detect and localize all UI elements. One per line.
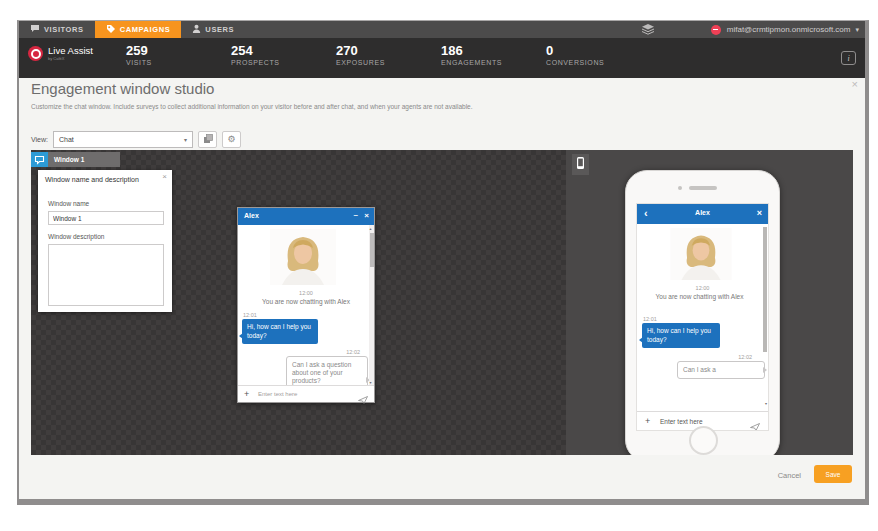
chat-header: ‹ Alex ×	[637, 204, 768, 224]
studio-canvas: Window 1 Window name and description × W…	[31, 150, 853, 455]
window-name-input[interactable]	[48, 211, 164, 225]
stat-label: CONVERSIONS	[546, 58, 646, 68]
system-message: You are now chatting with Alex	[647, 293, 752, 301]
plus-icon[interactable]: +	[244, 389, 249, 399]
plus-icon[interactable]: +	[645, 416, 650, 426]
timestamp: 12:00	[637, 285, 768, 291]
close-icon[interactable]: ×	[364, 211, 369, 220]
chevron-down-icon: ▾	[184, 136, 187, 143]
tag-icon	[106, 24, 116, 36]
stat-engagements: 186 ENGAGEMENTS	[441, 43, 541, 68]
brand-tagline: by CaféX	[48, 56, 93, 61]
tab-users[interactable]: USERS	[181, 21, 245, 38]
stat-label: VISITS	[126, 58, 226, 68]
window-description-input[interactable]	[48, 244, 164, 306]
scrollbar[interactable]: ▴ ▾	[369, 225, 374, 386]
chat-input-bar: + Enter text here	[238, 385, 374, 402]
scroll-up-icon[interactable]: ▴	[370, 226, 372, 231]
studio-content: Engagement window studio × Customize the…	[19, 78, 865, 499]
window-name-label: Window name	[48, 200, 89, 207]
speech-bubble-icon	[30, 24, 40, 35]
minimize-icon[interactable]: –	[354, 210, 358, 219]
agent-name: Alex	[244, 212, 259, 219]
stat-label: ENGAGEMENTS	[441, 58, 541, 68]
chat-header: Alex – ×	[238, 208, 374, 225]
view-row: View: Chat ▾ ⚙	[31, 131, 241, 147]
person-icon	[192, 24, 201, 35]
page-description: Customize the chat window. Include surve…	[31, 103, 671, 110]
desktop-chat-preview: Alex – × 12:00 You are now chatting with…	[237, 207, 375, 403]
app-window: VISITORS CAMPAIGNS USERS mifat@crm	[17, 20, 869, 505]
system-message: You are now chatting with Alex	[238, 298, 374, 305]
view-select-value: Chat	[59, 136, 74, 143]
mobile-view-button[interactable]	[572, 154, 589, 175]
cancel-button[interactable]: Cancel	[778, 471, 801, 480]
speaker-bar	[689, 186, 717, 190]
account-email[interactable]: mifat@crmtipmon.onmicrosoft.com	[727, 25, 851, 34]
camera-dot	[678, 186, 682, 190]
agent-photo	[670, 228, 732, 280]
timestamp: 12:02	[738, 354, 752, 360]
send-icon[interactable]	[750, 417, 760, 431]
desktop-workspace: Window 1 Window name and description × W…	[31, 150, 566, 455]
duplicate-button[interactable]	[198, 131, 217, 148]
window-properties-panel: Window name and description × Window nam…	[38, 170, 172, 312]
stat-prospects: 254 PROSPECTS	[231, 43, 331, 68]
stat-visits: 259 VISITS	[126, 43, 226, 68]
agent-name: Alex	[637, 209, 768, 216]
stat-value: 186	[441, 43, 541, 58]
chat-window-tab-button[interactable]	[31, 152, 48, 167]
timestamp: 12:00	[238, 290, 374, 296]
mobile-chat-preview: ‹ Alex × 12:00 You are now chattin	[636, 203, 769, 431]
scrollbar-thumb[interactable]	[763, 227, 767, 352]
chat-input-placeholder[interactable]: Enter text here	[660, 418, 703, 425]
chat-input-placeholder[interactable]: Enter text here	[258, 391, 297, 397]
tab-campaigns-label: CAMPAIGNS	[120, 25, 171, 34]
stat-exposures: 270 EXPOSURES	[336, 43, 436, 68]
stat-label: PROSPECTS	[231, 58, 331, 68]
close-icon[interactable]: ×	[852, 78, 858, 90]
tab-visitors-label: VISITORS	[44, 25, 84, 34]
scroll-down-icon[interactable]: ▾	[765, 401, 767, 406]
send-icon[interactable]	[358, 390, 368, 408]
duplicate-icon	[203, 130, 213, 148]
close-icon[interactable]: ×	[162, 172, 167, 181]
stat-label: EXPOSURES	[336, 58, 436, 68]
save-button[interactable]: Save	[814, 465, 852, 483]
brand: Live Assist by CaféX	[28, 46, 93, 61]
agent-message-bubble: Hi, how can I help you today?	[642, 323, 720, 348]
window-tab[interactable]: Window 1	[48, 152, 120, 167]
top-nav: VISITORS CAMPAIGNS USERS mifat@crm	[19, 21, 865, 38]
chevron-down-icon[interactable]: ▾	[855, 26, 859, 34]
stat-value: 259	[126, 43, 226, 58]
layers-icon[interactable]	[641, 21, 655, 39]
live-assist-logo-icon	[28, 46, 43, 61]
page-title: Engagement window studio	[31, 80, 214, 97]
stat-value: 0	[546, 43, 646, 58]
presence-status-icon[interactable]	[711, 25, 721, 35]
timestamp: 12:02	[346, 349, 360, 355]
stats-bar: Live Assist by CaféX 259 VISITS 254 PROS…	[19, 38, 865, 78]
stat-value: 270	[336, 43, 436, 58]
tab-users-label: USERS	[205, 25, 234, 34]
brand-name: Live Assist	[48, 46, 93, 56]
close-icon[interactable]: ×	[757, 208, 762, 218]
visitor-message-bubble: Can I ask a	[677, 361, 765, 379]
panel-title: Window name and description	[45, 176, 139, 183]
timestamp: 12:01	[643, 316, 657, 322]
stat-conversions: 0 CONVERSIONS	[546, 43, 646, 68]
mobile-workspace: ‹ Alex × 12:00 You are now chattin	[566, 150, 853, 455]
scrollbar-thumb[interactable]	[370, 233, 374, 267]
tab-campaigns[interactable]: CAMPAIGNS	[95, 21, 182, 38]
tab-visitors[interactable]: VISITORS	[19, 21, 95, 38]
phone-mockup: ‹ Alex × 12:00 You are now chattin	[625, 170, 780, 455]
agent-photo	[270, 229, 336, 285]
timestamp: 12:01	[243, 312, 257, 318]
settings-button[interactable]: ⚙	[222, 131, 241, 148]
info-icon[interactable]: i	[841, 51, 856, 65]
stat-value: 254	[231, 43, 331, 58]
view-label: View:	[31, 136, 48, 143]
agent-message-bubble: Hi, how can I help you today?	[242, 319, 318, 344]
view-select[interactable]: Chat ▾	[53, 131, 193, 148]
top-nav-right: mifat@crmtipmon.onmicrosoft.com ▾	[641, 21, 859, 38]
